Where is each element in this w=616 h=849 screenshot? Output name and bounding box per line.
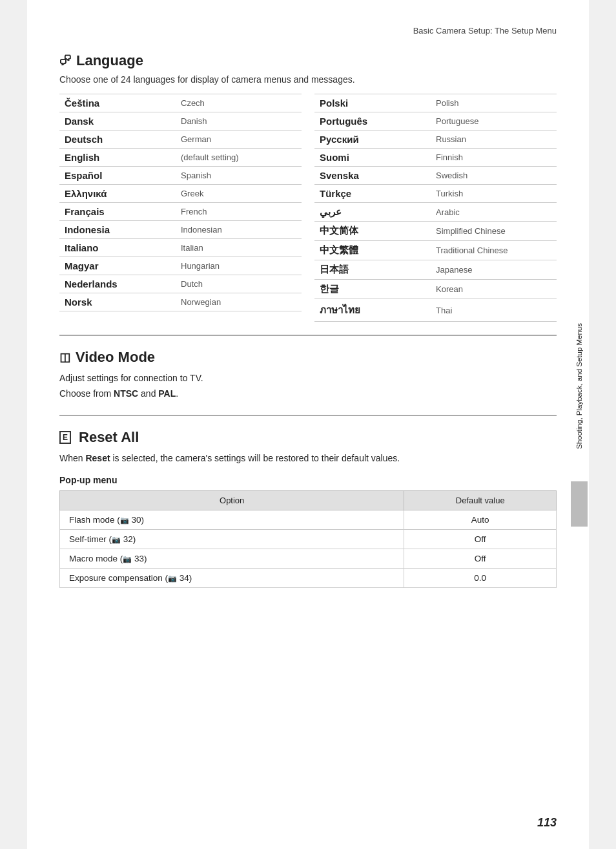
language-row: ΕλληνικάGreek — [59, 185, 302, 203]
lang-english: Italian — [176, 239, 302, 257]
language-row: 中文简体Simplified Chinese — [314, 222, 557, 241]
language-title-text: Language — [76, 52, 143, 69]
lang-english: Korean — [431, 280, 557, 299]
popup-table-row: Self-timer (📷 32)Off — [60, 530, 557, 549]
language-row: ČeštinaCzech — [59, 94, 302, 112]
reset-title-text: Reset All — [79, 429, 139, 446]
language-row: English(default setting) — [59, 149, 302, 167]
lang-native: Magyar — [59, 257, 176, 275]
lang-native: 中文繁體 — [314, 241, 431, 260]
popup-table-header-row: Option Default value — [60, 491, 557, 510]
popup-menu-table: Option Default value Flash mode (📷 30)Au… — [59, 490, 557, 588]
video-desc2-mid: and — [138, 388, 158, 399]
lang-english: French — [176, 203, 302, 221]
lang-native: ภาษาไทย — [314, 299, 431, 322]
video-icon: ◫ — [59, 350, 70, 364]
lang-english: German — [176, 131, 302, 149]
reset-word: Reset — [85, 453, 110, 463]
lang-english: Portuguese — [431, 112, 557, 131]
lang-native: Indonesia — [59, 221, 176, 239]
language-row: PortuguêsPortuguese — [314, 112, 557, 131]
page: Basic Camera Setup: The Setup Menu 🗪 Lan… — [27, 0, 589, 849]
language-row: TürkçeTurkish — [314, 185, 557, 203]
language-left-col: ČeštinaCzechDanskDanishDeutschGermanEngl… — [59, 94, 302, 322]
lang-native: 日本語 — [314, 260, 431, 280]
popup-value: Auto — [404, 510, 557, 530]
reset-icon: E — [59, 431, 71, 444]
lang-english: Czech — [176, 94, 302, 112]
popup-value: Off — [404, 530, 557, 549]
lang-native: Deutsch — [59, 131, 176, 149]
reset-desc-post: is selected, the camera's settings will … — [110, 453, 400, 463]
lang-native: Nederlands — [59, 275, 176, 293]
language-right-table: PolskiPolishPortuguêsPortugueseРусскийRu… — [314, 94, 557, 322]
page-number: 113 — [537, 816, 557, 830]
language-section-title: 🗪 Language — [59, 52, 557, 69]
popup-col1-header: Option — [60, 491, 404, 510]
lang-native: English — [59, 149, 176, 167]
language-row: SvenskaSwedish — [314, 167, 557, 185]
language-row: PolskiPolish — [314, 94, 557, 112]
reset-description: When Reset is selected, the camera's set… — [59, 451, 557, 466]
popup-table-row: Macro mode (📷 33)Off — [60, 549, 557, 569]
lang-native: Suomi — [314, 149, 431, 167]
lang-native: 中文简体 — [314, 222, 431, 241]
popup-col2-header: Default value — [404, 491, 557, 510]
lang-native: Ελληνικά — [59, 185, 176, 203]
language-row: IndonesiaIndonesian — [59, 221, 302, 239]
language-table-wrapper: ČeštinaCzechDanskDanishDeutschGermanEngl… — [59, 94, 557, 322]
sidebar-label: Shooting, Playback, and Setup Menus — [575, 323, 583, 449]
video-desc2: Choose from NTSC and PAL. — [59, 386, 557, 402]
lang-native: Dansk — [59, 112, 176, 131]
popup-value: 0.0 — [404, 569, 557, 588]
popup-value: Off — [404, 549, 557, 569]
language-row: NorskNorwegian — [59, 293, 302, 311]
video-title-text: Video Mode — [76, 349, 155, 366]
language-row: FrançaisFrench — [59, 203, 302, 221]
lang-native: Italiano — [59, 239, 176, 257]
lang-native: Português — [314, 112, 431, 131]
lang-english: Indonesian — [176, 221, 302, 239]
language-section: 🗪 Language Choose one of 24 languages fo… — [59, 52, 557, 322]
sidebar-area: Shooting, Playback, and Setup Menus — [570, 0, 589, 849]
popup-option: Macro mode (📷 33) — [60, 549, 404, 569]
language-row: DeutschGerman — [59, 131, 302, 149]
page-header: Basic Camera Setup: The Setup Menu — [59, 26, 557, 39]
lang-english: Russian — [431, 131, 557, 149]
sidebar-tab — [571, 481, 588, 527]
pal-text: PAL — [158, 388, 176, 399]
language-row: عربيArabic — [314, 203, 557, 222]
lang-english: Simplified Chinese — [431, 222, 557, 241]
lang-english: (default setting) — [176, 149, 302, 167]
popup-table-header: Option Default value — [60, 491, 557, 510]
lang-english: Polish — [431, 94, 557, 112]
lang-english: Spanish — [176, 167, 302, 185]
video-mode-title: ◫ Video Mode — [59, 349, 557, 366]
language-right-col: PolskiPolishPortuguêsPortugueseРусскийRu… — [314, 94, 557, 322]
lang-english: Arabic — [431, 203, 557, 222]
language-row: EspañolSpanish — [59, 167, 302, 185]
lang-english: Dutch — [176, 275, 302, 293]
lang-english: Finnish — [431, 149, 557, 167]
ntsc-text: NTSC — [114, 388, 138, 399]
reset-section-title: E Reset All — [59, 429, 557, 446]
lang-native: Español — [59, 167, 176, 185]
popup-option: Flash mode (📷 30) — [60, 510, 404, 530]
lang-english: Greek — [176, 185, 302, 203]
language-row: 中文繁體Traditional Chinese — [314, 241, 557, 260]
lang-english: Swedish — [431, 167, 557, 185]
language-row: NederlandsDutch — [59, 275, 302, 293]
language-row: SuomiFinnish — [314, 149, 557, 167]
header-title: Basic Camera Setup: The Setup Menu — [413, 26, 557, 36]
popup-table-row: Flash mode (📷 30)Auto — [60, 510, 557, 530]
video-desc2-post: . — [176, 388, 178, 399]
video-desc1: Adjust settings for connection to TV. — [59, 371, 557, 386]
language-row: 日本語Japanese — [314, 260, 557, 280]
lang-english: Turkish — [431, 185, 557, 203]
lang-native: Norsk — [59, 293, 176, 311]
language-row: РусскийRussian — [314, 131, 557, 149]
language-row: 한글Korean — [314, 280, 557, 299]
section-divider-1 — [59, 335, 557, 336]
lang-native: Français — [59, 203, 176, 221]
lang-english: Danish — [176, 112, 302, 131]
